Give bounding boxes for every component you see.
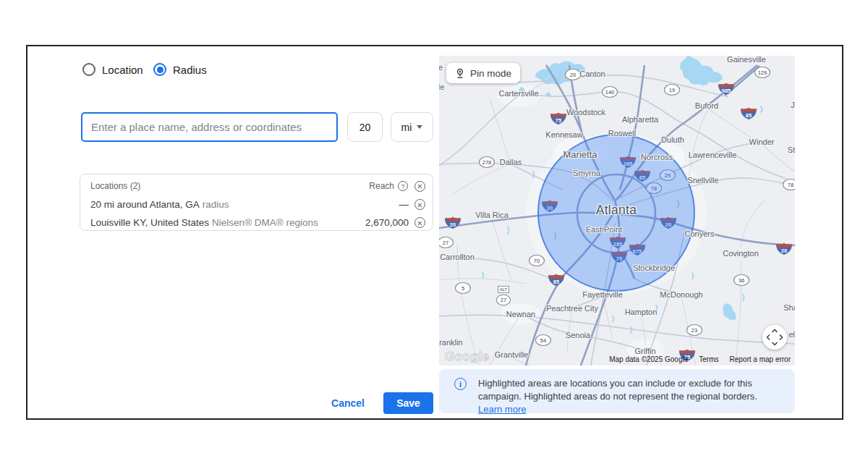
reach-value: — — [399, 199, 409, 210]
dialog-footer: Cancel Save — [80, 392, 433, 414]
location-radio-label[interactable]: Location — [102, 64, 143, 76]
report-map-error-link[interactable]: Report a map error — [730, 355, 791, 363]
locations-panel: Locations (2) Reach 20 mi around Atlanta… — [80, 174, 433, 231]
google-logo[interactable]: Google — [445, 350, 490, 364]
chevron-down-icon — [417, 125, 422, 129]
place-search-input[interactable] — [81, 112, 338, 142]
radius-radio[interactable] — [153, 63, 166, 76]
notice-line-2: campaign. Highlighted areas do not repre… — [478, 391, 757, 402]
radio-group-radius[interactable]: Radius — [153, 62, 207, 77]
terms-link[interactable]: Terms — [699, 355, 718, 363]
map-canvas[interactable]: 2014019129985758527828585297878202020202… — [439, 56, 795, 366]
map-attribution: Map data ©2025 Google Terms Report a map… — [609, 355, 791, 363]
locations-title: Locations (2) — [90, 181, 369, 191]
pin-mode-button[interactable]: Pin mode — [446, 63, 520, 83]
remove-location-icon[interactable] — [414, 199, 425, 210]
unit-value: mi — [401, 122, 412, 133]
notice-text: Highlighted areas are locations you can … — [478, 377, 757, 413]
pin-mode-label: Pin mode — [470, 68, 511, 79]
location-row-radius: 20 mi around Atlanta, GAradius — — [90, 195, 425, 214]
radio-group-location[interactable]: Location — [82, 62, 143, 77]
unit-dropdown[interactable]: mi — [391, 112, 433, 142]
help-icon[interactable] — [398, 181, 408, 191]
location-type: radius — [203, 199, 229, 210]
locations-header-row: Locations (2) Reach — [90, 177, 425, 195]
radius-circle[interactable] — [538, 135, 694, 291]
learn-more-link[interactable]: Learn more — [478, 404, 526, 415]
pan-control[interactable] — [762, 325, 787, 350]
remove-all-icon[interactable] — [414, 181, 425, 192]
location-name: 20 mi around Atlanta, GA — [90, 199, 200, 210]
pin-drop-icon — [455, 68, 465, 79]
notice-line-1: Highlighted areas are locations you can … — [478, 378, 752, 389]
reach-value: 2,670,000 — [365, 217, 409, 228]
cancel-button[interactable]: Cancel — [328, 393, 367, 413]
remove-location-icon[interactable] — [414, 217, 425, 228]
highlighted-areas-notice: Highlighted areas are locations you can … — [439, 369, 795, 413]
info-icon — [454, 378, 467, 390]
pan-arrows-icon — [762, 325, 787, 350]
save-button[interactable]: Save — [383, 392, 433, 414]
radius-value: 20 — [359, 122, 371, 133]
location-type: Nielsen® DMA® regions — [212, 217, 318, 228]
reach-column-header: Reach — [369, 181, 394, 191]
location-targeting-dialog: Location Radius 20 mi Locations (2) Reac… — [26, 45, 843, 420]
map-overlay-layer — [439, 56, 795, 366]
location-name: Louisville KY, United States — [90, 217, 209, 228]
radius-value-input[interactable]: 20 — [347, 112, 383, 142]
location-radio[interactable] — [82, 63, 95, 76]
location-row-dma: Louisville KY, United StatesNielsen® DMA… — [90, 214, 425, 232]
map-data-attribution: Map data ©2025 Google — [609, 355, 688, 363]
radius-radio-label[interactable]: Radius — [173, 64, 207, 76]
